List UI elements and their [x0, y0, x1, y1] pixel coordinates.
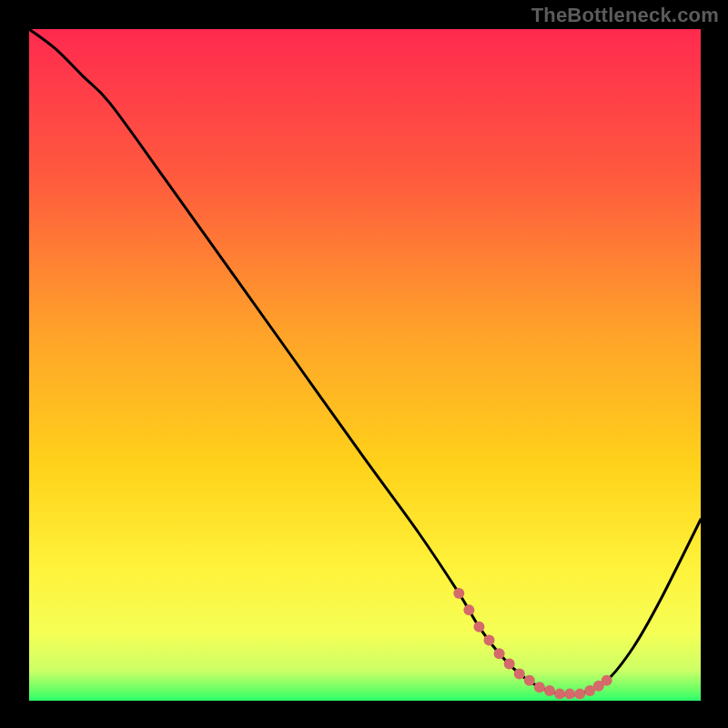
marker-dot: [544, 685, 555, 696]
chart-frame: TheBottleneck.com: [0, 0, 728, 728]
marker-dot: [602, 675, 612, 686]
marker-dot: [494, 648, 505, 659]
chart-svg: [0, 0, 728, 728]
marker-dot: [524, 675, 535, 686]
marker-dot: [574, 689, 585, 700]
marker-dot: [484, 635, 495, 646]
marker-dot: [473, 622, 484, 632]
marker-dot: [453, 588, 464, 599]
marker-dot: [554, 689, 565, 700]
marker-dot: [463, 604, 474, 615]
marker-dot: [564, 689, 575, 700]
watermark-text: TheBottleneck.com: [531, 4, 719, 27]
marker-dot: [514, 668, 525, 679]
marker-dot: [504, 658, 515, 669]
marker-dot: [534, 682, 545, 693]
